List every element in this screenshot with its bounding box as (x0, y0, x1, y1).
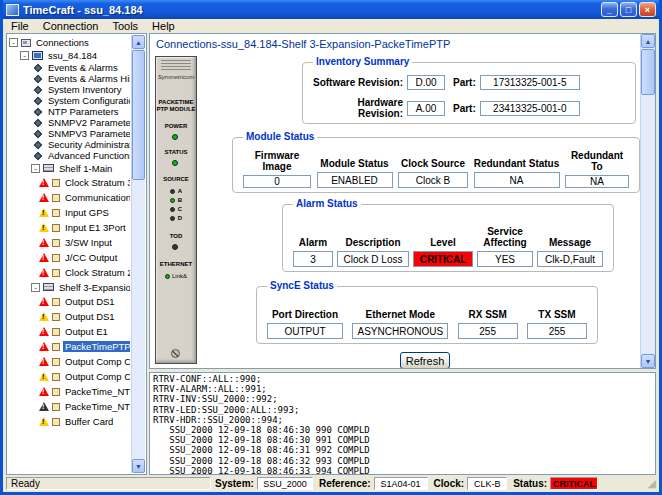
tree-item-output-ds1[interactable]: Output DS1 (63, 296, 117, 307)
tree-item-advanced-functions[interactable]: Advanced Functions (46, 150, 130, 161)
brand-label: Symmetricom (156, 74, 196, 80)
source-b-led-icon (170, 198, 175, 203)
card-icon (52, 179, 60, 187)
close-button[interactable]: × (639, 2, 656, 17)
menubar: FileConnectionToolsHelp (3, 19, 659, 33)
tree-item-input-gps[interactable]: Input GPS (63, 207, 111, 218)
tl1-log[interactable]: RTRV-CONF::ALL::990;RTRV-ALARM::ALL::991… (149, 372, 656, 475)
menu-file[interactable]: File (4, 20, 36, 32)
tree-item-shelf-3-expansion[interactable]: Shelf 3-Expansion (57, 282, 130, 293)
tree-item-output-comp-clock[interactable]: Output Comp Clock (63, 356, 130, 367)
source-a-led-icon (170, 189, 175, 194)
refresh-button[interactable]: Refresh (400, 352, 450, 369)
titlebar[interactable]: TimeCraft - ssu_84.184 _ □ × (3, 0, 659, 19)
tree-item-clock-stratum-2e[interactable]: Clock Stratum 2E (63, 267, 130, 278)
tree-item-snmpv3-parameters[interactable]: SNMPV3 Parameters (46, 128, 130, 139)
tree-item-output-comp-clock[interactable]: Output Comp Clock (63, 371, 130, 382)
status-field-label: Status: (513, 478, 547, 489)
scroll-down-button[interactable]: ▼ (132, 459, 145, 473)
card-icon (52, 313, 60, 321)
tree-expander[interactable]: - (9, 38, 18, 47)
group-title: Module Status (243, 131, 317, 143)
exclamation-glyph: ! (42, 388, 44, 396)
field-label: Ethernet Mode (352, 309, 448, 320)
tree-item-communication[interactable]: Communication (63, 192, 130, 203)
function-icon (34, 107, 42, 115)
card-icon (52, 209, 60, 217)
tree-item-packetimeptp[interactable]: PackeTimePTP (63, 341, 130, 352)
minimize-button[interactable]: _ (601, 2, 618, 17)
tree-item-packetime-ntp-r[interactable]: PackeTime_NTP - R (63, 401, 130, 412)
field-value-port-direction: OUTPUT (267, 323, 343, 339)
tree-expander[interactable]: - (31, 164, 40, 173)
synce-status-fields: Port DirectionOUTPUTEthernet ModeASYNCHR… (267, 299, 587, 339)
power-label: POWER (156, 123, 196, 129)
card-icon (52, 328, 60, 336)
exclamation-glyph: ! (42, 179, 44, 187)
tree-item-system-configuration[interactable]: System Configuration (46, 95, 130, 106)
card-icon (52, 373, 60, 381)
resize-grip[interactable]: ◢ (648, 478, 656, 489)
module-name-line1: PACKETIME (159, 99, 194, 105)
tree-item-ssu-84-184[interactable]: ssu_84.184 (46, 50, 99, 61)
menu-tools[interactable]: Tools (105, 20, 145, 32)
shelf-icon (43, 164, 54, 172)
function-icon (34, 85, 42, 93)
tree-item-output-e1[interactable]: Output E1 (63, 326, 110, 337)
tree-expander[interactable]: - (31, 283, 40, 292)
function-icon (34, 151, 42, 159)
tree-item-connections[interactable]: Connections (34, 37, 91, 48)
tree-row: !Output Comp Clock (9, 369, 130, 384)
tree-row: !3/SW Input (9, 235, 130, 250)
tree-item-packetime-ntp[interactable]: PackeTime_NTP (63, 386, 130, 397)
field-label: Module Status (317, 158, 393, 169)
tree-item-buffer-card[interactable]: Buffer Card (63, 416, 115, 427)
alarm-unknown-icon: ! (39, 402, 49, 411)
connections-tree[interactable]: -Connections-ssu_84.184Events & AlarmsEv… (9, 36, 130, 473)
tree-row: !Input GPS (9, 205, 130, 220)
tree-row: !PackeTime_NTP - R (9, 399, 130, 414)
menu-connection[interactable]: Connection (36, 20, 106, 32)
tree-item-ntp-parameters[interactable]: NTP Parameters (46, 106, 121, 117)
tree-item-snmpv2-parameters[interactable]: SNMPV2 Parameters (46, 117, 130, 128)
status-label: STATUS (156, 149, 196, 155)
tree-item-events-alarms[interactable]: Events & Alarms (46, 62, 120, 73)
exclamation-glyph: ! (42, 358, 44, 366)
tree-item-system-inventory[interactable]: System Inventory (46, 84, 123, 95)
status-field-value: S1A04-01 (374, 477, 428, 490)
menu-help[interactable]: Help (145, 20, 182, 32)
log-line: RTRV-INV:SSU_2000::992; (153, 394, 652, 404)
scroll-down-button[interactable]: ▼ (641, 354, 655, 368)
scroll-thumb[interactable] (132, 50, 145, 180)
tree-row: Security Administration (9, 139, 130, 150)
field-label: Service Affecting (477, 226, 533, 248)
tree-row: SNMPV3 Parameters (9, 128, 130, 139)
exclamation-glyph: ! (42, 224, 44, 232)
field-value-message: Clk-D,Fault (537, 251, 603, 267)
tree-scrollbar[interactable]: ▲ ▼ (131, 35, 145, 473)
tree-item-input-e1-3port[interactable]: Input E1 3Port (63, 222, 128, 233)
scroll-up-button[interactable]: ▲ (132, 35, 145, 49)
tree-item-3-sw-input[interactable]: 3/SW Input (63, 237, 114, 248)
tree-item-output-ds1[interactable]: Output DS1 (63, 311, 117, 322)
maximize-button[interactable]: □ (620, 2, 637, 17)
tree-item-j-cc-output[interactable]: J/CC Output (63, 252, 119, 263)
group-title: Inventory Summary (313, 56, 412, 68)
tree-item-security-administration[interactable]: Security Administration (46, 139, 130, 150)
inventory-row: Software Revision: D.00 Part: 17313325-0… (311, 75, 580, 90)
tree-row: !Clock Stratum 2E (9, 265, 130, 280)
tree-row: !Output E1 (9, 324, 130, 339)
scroll-up-button[interactable]: ▲ (641, 34, 655, 48)
form-scrollbar[interactable]: ▲ ▼ (640, 34, 655, 368)
tree-expander[interactable]: - (20, 51, 29, 60)
field-value-redundant-status: NA (474, 172, 560, 188)
tree-item-clock-stratum-3e[interactable]: Clock Stratum 3E (63, 177, 130, 188)
field-value-rx-ssm: 255 (458, 323, 518, 339)
tree-item-events-alarms-history[interactable]: Events & Alarms History (46, 73, 130, 84)
function-icon (34, 63, 42, 71)
statusbar: Ready System:SSU_2000Reference:S1A04-01C… (3, 475, 659, 492)
scroll-thumb[interactable] (641, 49, 655, 95)
tree-item-shelf-1-main[interactable]: Shelf 1-Main (57, 163, 114, 174)
source-row: C (156, 206, 196, 212)
log-line: RTRV-LED:SSU_2000:ALL::993; (153, 405, 652, 415)
